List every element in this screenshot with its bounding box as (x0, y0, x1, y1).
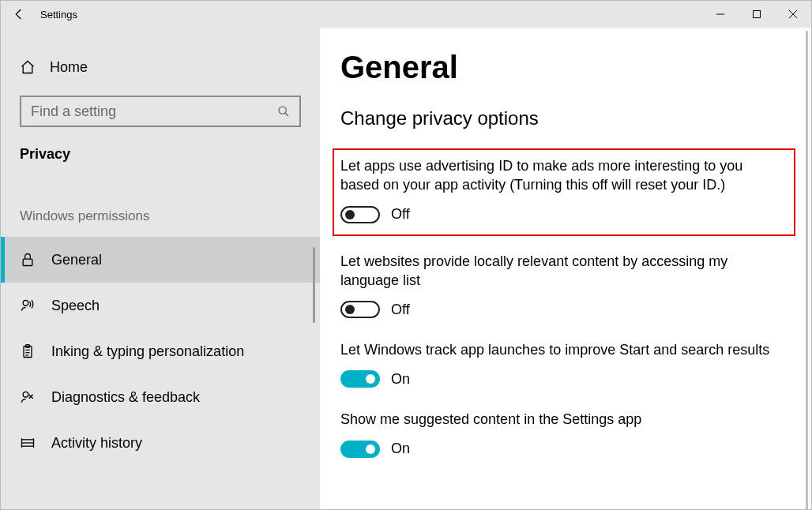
sidebar-item-label: Inking & typing personalization (51, 343, 244, 360)
settings-window: Settings Home Pr (0, 0, 812, 510)
sidebar-item-diagnostics[interactable]: Diagnostics & feedback (1, 374, 320, 420)
toggle-state-text: Off (391, 302, 410, 318)
svg-point-4 (279, 107, 286, 114)
option-label: Let websites provide locally relevant co… (340, 252, 783, 291)
feedback-icon (20, 389, 36, 405)
minimize-button[interactable] (702, 1, 739, 28)
clipboard-icon (20, 343, 36, 359)
toggle-state-text: On (391, 371, 410, 388)
sidebar-scrollbar[interactable] (313, 247, 315, 323)
content-pane: General Change privacy options Let apps … (320, 28, 811, 509)
close-button[interactable] (775, 1, 811, 28)
sidebar-item-inking[interactable]: Inking & typing personalization (1, 328, 320, 374)
svg-point-13 (23, 392, 28, 397)
search-box[interactable] (20, 96, 301, 127)
home-nav[interactable]: Home (1, 45, 320, 89)
option-language-list: Let websites provide locally relevant co… (340, 252, 783, 319)
content-scrollbar[interactable] (806, 31, 808, 509)
toggle-advertising-id[interactable] (340, 206, 380, 223)
sidebar: Home Privacy Windows permissions General (1, 28, 320, 509)
sidebar-item-label: Speech (51, 298, 100, 314)
option-track-app-launches: Let Windows track app launches to improv… (340, 340, 783, 388)
window-title: Settings (37, 9, 77, 21)
titlebar: Settings (1, 1, 811, 28)
search-icon (277, 105, 290, 118)
sidebar-item-general[interactable]: General (1, 237, 320, 283)
svg-point-7 (23, 300, 28, 306)
back-button[interactable] (1, 1, 37, 28)
toggle-language-list[interactable] (340, 301, 380, 318)
lock-icon (20, 252, 36, 268)
home-icon (20, 59, 36, 75)
sidebar-item-label: Diagnostics & feedback (51, 389, 200, 406)
speech-icon (20, 298, 36, 313)
sidebar-item-activity-history[interactable]: Activity history (1, 420, 320, 466)
search-input[interactable] (31, 103, 277, 120)
category-header: Privacy (1, 146, 320, 163)
svg-rect-6 (23, 259, 32, 265)
history-icon (20, 435, 36, 451)
home-label: Home (50, 59, 88, 76)
toggle-track-app-launches[interactable] (340, 370, 380, 388)
sidebar-item-speech[interactable]: Speech (1, 283, 320, 328)
option-advertising-id: Let apps use advertising ID to make ads … (340, 156, 783, 223)
page-title: General (340, 50, 783, 85)
maximize-button[interactable] (739, 1, 775, 28)
svg-line-5 (285, 113, 288, 116)
sidebar-item-label: General (51, 252, 102, 268)
toggle-state-text: Off (391, 206, 410, 223)
option-label: Show me suggested content in the Setting… (340, 410, 783, 429)
svg-rect-1 (754, 11, 761, 18)
section-header-windows-permissions: Windows permissions (1, 208, 320, 224)
option-label: Let Windows track app launches to improv… (340, 340, 783, 359)
option-label: Let apps use advertising ID to make ads … (340, 156, 783, 195)
section-heading: Change privacy options (340, 107, 783, 129)
toggle-state-text: On (391, 441, 410, 457)
option-suggested-content: Show me suggested content in the Setting… (340, 410, 783, 457)
sidebar-item-label: Activity history (51, 435, 142, 452)
toggle-suggested-content[interactable] (340, 441, 380, 458)
highlight-annotation: Let apps use advertising ID to make ads … (333, 148, 795, 236)
